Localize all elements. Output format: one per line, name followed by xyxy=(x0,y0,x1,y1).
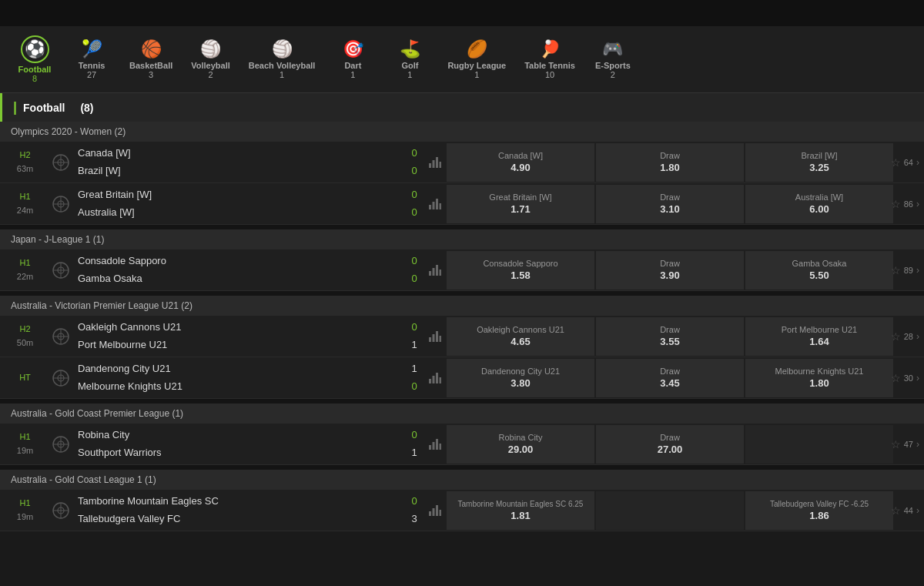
odds-btn-dandenong-melbourne-0[interactable]: Dandenong City U213.80 xyxy=(447,359,594,397)
star-icon-britain-australia[interactable]: ☆ xyxy=(891,198,901,210)
odds-btn-tamborine-tallebudgera-2[interactable]: Tallebudgera Valley FC -6.251.86 xyxy=(745,491,893,530)
sport-tab-golf[interactable]: ⛳ Golf 1 xyxy=(383,35,437,84)
rugby-league-label: Rugby League xyxy=(447,61,506,70)
svg-rect-36 xyxy=(429,379,431,383)
svg-rect-52 xyxy=(429,511,431,516)
odds-btn-oakleigh-port-0[interactable]: Oakleigh Cannons U214.65 xyxy=(447,317,594,356)
star-icon-canada-brazil[interactable]: ☆ xyxy=(891,156,901,169)
more-count-dandenong-melbourne: 30 xyxy=(904,373,913,383)
more-arrow-canada-brazil[interactable]: › xyxy=(916,157,919,168)
more-count-canada-brazil: 64 xyxy=(904,158,913,167)
svg-rect-30 xyxy=(436,331,438,342)
odds-btn-dandenong-melbourne-1[interactable]: Draw3.45 xyxy=(596,359,744,397)
odds-btn-tamborine-tallebudgera-1[interactable] xyxy=(596,491,744,530)
ball-icon-britain-australia xyxy=(50,196,72,213)
match-row-robina-southport: H119mRobina CitySouthport Warriors01Robi… xyxy=(0,424,924,465)
odds-btn-robina-southport-1[interactable]: Draw27.00 xyxy=(596,425,744,464)
odds-btn-britain-australia-2[interactable]: Australia [W]6.00 xyxy=(745,185,893,223)
match-row-tamborine-tallebudgera: H119mTamborine Mountain Eagles SCTallebu… xyxy=(0,490,924,531)
match-row-dandenong-melbourne: HTDandenong City U21Melbourne Knights U2… xyxy=(0,357,924,399)
match-time-dandenong-melbourne: HT xyxy=(0,371,50,385)
volleyball-icon: 🏐 xyxy=(200,39,221,59)
svg-rect-15 xyxy=(440,203,442,209)
match-scores-canada-brazil: 00 xyxy=(405,145,424,179)
odds-btn-britain-australia-1[interactable]: Draw3.10 xyxy=(596,185,744,223)
more-arrow-robina-southport[interactable]: › xyxy=(916,439,919,450)
svg-rect-21 xyxy=(433,268,435,276)
svg-rect-53 xyxy=(433,508,435,516)
star-icon-tamborine-tallebudgera[interactable]: ☆ xyxy=(891,504,901,517)
match-scores-robina-southport: 01 xyxy=(405,427,424,460)
odds-btn-tamborine-tallebudgera-0[interactable]: Tamborine Mountain Eagles SC 6.251.81 xyxy=(447,491,594,530)
ball-icon-robina-southport xyxy=(50,436,72,453)
sport-tab-volleyball[interactable]: 🏐 Volleyball 2 xyxy=(183,35,238,84)
match-teams-tamborine-tallebudgera: Tamborine Mountain Eagles SCTallebudgera… xyxy=(72,493,405,527)
svg-rect-23 xyxy=(440,270,442,276)
svg-rect-13 xyxy=(433,202,435,209)
svg-rect-55 xyxy=(440,510,442,516)
basketball-count: 3 xyxy=(149,70,153,79)
star-icon-oakleigh-port[interactable]: ☆ xyxy=(891,330,901,343)
more-arrow-oakleigh-port[interactable]: › xyxy=(916,331,919,342)
match-time-sapporo-osaka: H122m xyxy=(0,256,50,283)
odds-btn-canada-brazil-1[interactable]: Draw1.80 xyxy=(596,143,744,182)
stats-icon-canada-brazil[interactable] xyxy=(424,157,447,168)
more-arrow-dandenong-melbourne[interactable]: › xyxy=(916,373,919,383)
sport-tab-football[interactable]: ⚽ Football 8 xyxy=(8,31,62,88)
odds-btn-canada-brazil-0[interactable]: Canada [W]4.90 xyxy=(447,143,594,182)
volleyball-count: 2 xyxy=(208,70,213,79)
more-arrow-britain-australia[interactable]: › xyxy=(916,199,919,209)
match-more-oakleigh-port: ☆ 28 › xyxy=(893,330,924,343)
sport-tab-dart[interactable]: 🎯 Dart 1 xyxy=(326,35,380,84)
svg-rect-4 xyxy=(429,163,431,168)
golf-label: Golf xyxy=(401,61,418,70)
basketball-icon: 🏀 xyxy=(141,39,162,59)
odds-btn-sapporo-osaka-2[interactable]: Gamba Osaka5.50 xyxy=(745,251,893,290)
odds-area-sapporo-osaka: Consadole Sapporo1.58Draw3.90Gamba Osaka… xyxy=(447,251,893,290)
sport-tab-tennis[interactable]: 🎾 Tennis 27 xyxy=(65,35,119,84)
leagues-container: Olympics 2020 - Women (2)H263mCanada [W]… xyxy=(0,122,924,531)
odds-btn-canada-brazil-2[interactable]: Brazil [W]3.25 xyxy=(745,143,893,182)
football-icon: ⚽ xyxy=(21,35,49,63)
sport-tab-e-sports[interactable]: 🎮 E-Sports 2 xyxy=(586,35,640,84)
odds-btn-robina-southport-0[interactable]: Robina City29.00 xyxy=(447,425,594,464)
star-icon-robina-southport[interactable]: ☆ xyxy=(891,438,901,450)
odds-btn-dandenong-melbourne-2[interactable]: Melbourne Knights U211.80 xyxy=(745,359,893,397)
odds-btn-robina-southport-2[interactable] xyxy=(745,425,893,464)
stats-icon-britain-australia[interactable] xyxy=(424,199,447,209)
sport-tab-basketball[interactable]: 🏀 BasketBall 3 xyxy=(122,35,180,84)
match-row-canada-brazil: H263mCanada [W]Brazil [W]00Canada [W]4.9… xyxy=(0,142,924,183)
table-tennis-count: 10 xyxy=(545,70,554,79)
odds-btn-sapporo-osaka-0[interactable]: Consadole Sapporo1.58 xyxy=(447,251,594,290)
tennis-icon: 🎾 xyxy=(82,39,102,59)
stats-icon-dandenong-melbourne[interactable] xyxy=(424,373,447,383)
star-icon-sapporo-osaka[interactable]: ☆ xyxy=(891,264,901,276)
match-teams-dandenong-melbourne: Dandenong City U21Melbourne Knights U21 xyxy=(72,360,405,394)
odds-area-britain-australia: Great Britain [W]1.71Draw3.10Australia [… xyxy=(447,185,893,223)
odds-btn-sapporo-osaka-1[interactable]: Draw3.90 xyxy=(596,251,744,290)
stats-icon-tamborine-tallebudgera[interactable] xyxy=(424,505,447,516)
team2-robina-southport: Southport Warriors xyxy=(78,444,399,461)
more-arrow-tamborine-tallebudgera[interactable]: › xyxy=(916,505,919,516)
stats-icon-sapporo-osaka[interactable] xyxy=(424,265,447,276)
match-scores-tamborine-tallebudgera: 03 xyxy=(405,493,424,527)
odds-btn-oakleigh-port-2[interactable]: Port Melbourne U211.64 xyxy=(745,317,893,356)
team1-britain-australia: Great Britain [W] xyxy=(78,186,399,203)
stats-icon-oakleigh-port[interactable] xyxy=(424,331,447,342)
more-arrow-sapporo-osaka[interactable]: › xyxy=(916,265,919,276)
star-icon-dandenong-melbourne[interactable]: ☆ xyxy=(891,372,901,384)
ball-icon-sapporo-osaka xyxy=(50,262,72,279)
sport-tab-rugby-league[interactable]: 🏉 Rugby League 1 xyxy=(440,35,514,84)
stats-icon-robina-southport[interactable] xyxy=(424,439,447,450)
sport-tab-table-tennis[interactable]: 🏓 Table Tennis 10 xyxy=(517,35,583,84)
football-label: Football xyxy=(18,65,52,74)
beach-volleyball-count: 1 xyxy=(280,70,284,79)
match-scores-dandenong-melbourne: 10 xyxy=(405,360,424,394)
match-time-oakleigh-port: H250m xyxy=(0,323,50,350)
tennis-label: Tennis xyxy=(79,61,105,70)
team1-sapporo-osaka: Consadole Sapporo xyxy=(78,253,399,270)
odds-btn-oakleigh-port-1[interactable]: Draw3.55 xyxy=(596,317,744,356)
odds-btn-britain-australia-0[interactable]: Great Britain [W]1.71 xyxy=(447,185,594,223)
ball-icon-dandenong-melbourne xyxy=(50,370,72,387)
sport-tab-beach-volleyball[interactable]: 🏐 Beach Volleyball 1 xyxy=(241,35,323,84)
